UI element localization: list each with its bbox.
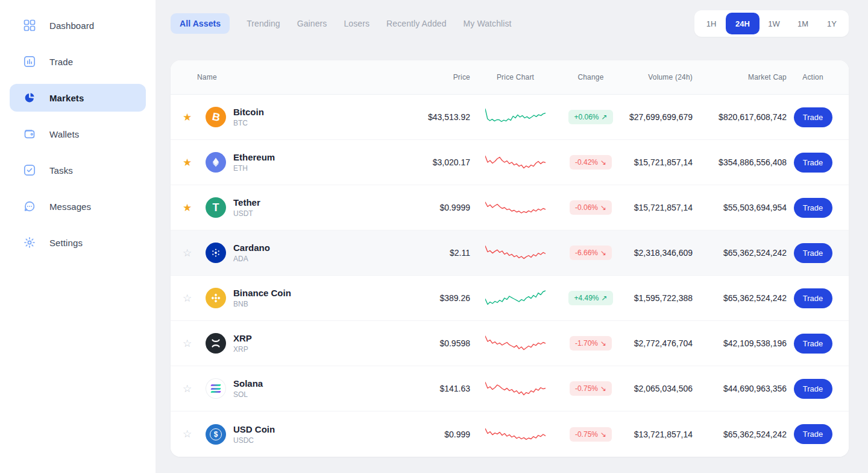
market-cap-cell: $44,690,963,356 — [693, 384, 787, 393]
price-chart-sparkline — [470, 106, 561, 128]
sidebar-item-messages[interactable]: Messages — [10, 192, 146, 220]
tab-losers[interactable]: Losers — [344, 13, 370, 34]
column-header-change: Change — [561, 73, 621, 81]
sidebar-item-label: Wallets — [49, 129, 79, 139]
change-value: +4.49% — [574, 294, 599, 302]
favorite-star-icon[interactable]: ☆ — [183, 293, 197, 303]
arrow-down-right-icon: ↘ — [600, 249, 606, 257]
sidebar-item-trade[interactable]: Trade — [10, 48, 146, 75]
tether-logo-icon: T — [213, 202, 219, 214]
asset-cell: B Bitcoin BTC — [197, 107, 398, 127]
messages-icon — [23, 200, 36, 213]
favorite-star-icon[interactable]: ☆ — [183, 248, 197, 258]
ethereum-logo-icon — [210, 156, 222, 168]
market-cap-cell: $65,362,524,242 — [693, 293, 787, 303]
sidebar-item-wallets[interactable]: Wallets — [10, 120, 146, 148]
asset-symbol: BNB — [233, 300, 291, 308]
column-header-name: Name — [197, 73, 398, 81]
sidebar-item-markets[interactable]: Markets — [10, 84, 146, 112]
change-value: -0.75% — [575, 384, 598, 393]
trade-button[interactable]: Trade — [794, 107, 832, 127]
asset-symbol: ADA — [233, 255, 270, 263]
volume-cell: $27,699,699,679 — [621, 112, 693, 122]
column-header-price-chart: Price Chart — [470, 73, 561, 81]
asset-cell: Ethereum ETH — [197, 152, 398, 173]
trade-button[interactable]: Trade — [794, 334, 832, 354]
table-row: ☆ XRP XRP $0.9598 -1.70% ↘ $2,772,476,70… — [171, 321, 849, 366]
favorite-star-icon[interactable]: ★ — [183, 112, 197, 122]
price-cell: $141.63 — [398, 384, 470, 393]
sol-coin-icon — [206, 378, 226, 399]
change-badge: -0.75% ↘ — [570, 381, 612, 396]
asset-tabs: All Assets Trending Gainers Losers Recen… — [171, 13, 512, 34]
timeframe-1w[interactable]: 1W — [760, 13, 788, 34]
asset-name: Bitcoin — [233, 107, 264, 117]
favorite-star-icon[interactable]: ★ — [183, 157, 197, 168]
table-row: ☆ Cardano ADA $2.11 -6.66% ↘ $2,318,346,… — [171, 230, 849, 276]
asset-name: Binance Coin — [233, 288, 291, 298]
price-cell: $389.26 — [398, 293, 470, 303]
bnb-logo-icon — [210, 292, 222, 304]
price-cell: $0.9598 — [398, 338, 470, 348]
trade-button[interactable]: Trade — [794, 379, 832, 399]
sidebar-item-settings[interactable]: Settings — [10, 229, 146, 256]
price-chart-sparkline — [470, 332, 561, 354]
markets-icon — [23, 91, 36, 104]
trade-button[interactable]: Trade — [794, 243, 832, 263]
trade-button[interactable]: Trade — [794, 288, 832, 308]
usdc-coin-icon: $ — [206, 424, 226, 445]
arrow-down-right-icon: ↘ — [600, 203, 606, 212]
tab-my-watchlist[interactable]: My Watchlist — [464, 13, 512, 34]
tab-all-assets[interactable]: All Assets — [171, 13, 230, 34]
asset-cell: Solana SOL — [197, 378, 398, 399]
timeframe-24h[interactable]: 24H — [726, 13, 760, 34]
asset-cell: XRP XRP — [197, 333, 398, 354]
asset-symbol: USDC — [233, 436, 275, 445]
arrow-down-right-icon: ↘ — [600, 158, 606, 167]
table-row: ★ T Tether USDT $0.9999 -0.06% ↘ $15,721… — [171, 185, 849, 230]
sidebar-item-tasks[interactable]: Tasks — [10, 156, 146, 184]
favorite-star-icon[interactable]: ☆ — [183, 338, 197, 349]
arrow-up-right-icon: ↗ — [601, 294, 607, 302]
main-content: All Assets Trending Gainers Losers Recen… — [156, 0, 868, 473]
price-chart-sparkline — [470, 197, 561, 218]
sidebar-item-dashboard[interactable]: Dashboard — [10, 11, 146, 39]
asset-name: XRP — [233, 333, 252, 343]
trade-button[interactable]: Trade — [794, 153, 832, 173]
market-cap-cell: $354,886,556,408 — [693, 157, 787, 167]
trade-button[interactable]: Trade — [794, 424, 832, 444]
volume-cell: $13,721,857,14 — [621, 430, 693, 439]
tab-trending[interactable]: Trending — [247, 13, 280, 34]
price-cell: $0.999 — [398, 430, 470, 439]
timeframe-1y[interactable]: 1Y — [817, 13, 846, 34]
column-header-action: Action — [787, 73, 839, 81]
price-chart-sparkline — [470, 242, 561, 264]
change-badge: -6.66% ↘ — [570, 246, 612, 260]
tab-gainers[interactable]: Gainers — [297, 13, 327, 34]
change-value: -0.06% — [575, 203, 598, 212]
asset-cell: Cardano ADA — [197, 243, 398, 263]
xrp-coin-icon — [206, 333, 226, 354]
volume-cell: $2,065,034,506 — [621, 384, 693, 393]
arrow-down-right-icon: ↘ — [600, 384, 606, 393]
tab-recently-added[interactable]: Recently Added — [386, 13, 446, 34]
asset-name: Solana — [233, 378, 263, 389]
usdt-coin-icon: T — [206, 197, 226, 218]
favorite-star-icon[interactable]: ☆ — [183, 429, 197, 439]
favorite-star-icon[interactable]: ☆ — [183, 384, 197, 394]
solana-logo-icon — [211, 384, 221, 393]
bitcoin-logo-icon: B — [210, 110, 221, 124]
volume-cell: $2,318,346,609 — [621, 248, 693, 258]
asset-symbol: SOL — [233, 390, 263, 399]
asset-cell: Binance Coin BNB — [197, 288, 398, 308]
favorite-star-icon[interactable]: ★ — [183, 203, 197, 213]
timeframe-1m[interactable]: 1M — [788, 13, 817, 34]
market-cap-cell: $820,617,608,742 — [693, 112, 787, 122]
change-value: -0.42% — [575, 158, 598, 167]
asset-name: Ethereum — [233, 152, 275, 162]
volume-cell: $15,721,857,14 — [621, 157, 693, 167]
market-cap-cell: $42,109,538,196 — [693, 338, 787, 348]
trade-button[interactable]: Trade — [794, 198, 832, 218]
timeframe-1h[interactable]: 1H — [697, 13, 726, 34]
asset-cell: T Tether USDT — [197, 197, 398, 218]
